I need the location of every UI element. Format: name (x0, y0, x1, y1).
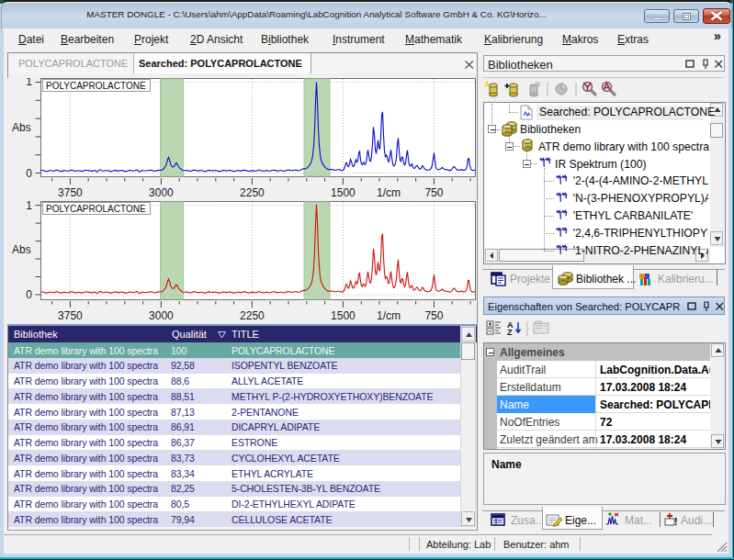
svg-text:2250: 2250 (240, 186, 265, 199)
svg-text:1/cm: 1/cm (377, 309, 401, 322)
svg-text:POLYCAPROLACTONE: POLYCAPROLACTONE (46, 204, 146, 214)
svg-text:Abs: Abs (12, 243, 31, 256)
svg-text:2250: 2250 (240, 309, 265, 322)
svg-text:1500: 1500 (331, 186, 356, 199)
svg-text:1: 1 (26, 78, 32, 88)
svg-text:3750: 3750 (58, 309, 83, 322)
svg-text:!: ! (674, 516, 678, 527)
svg-text:Z: Z (507, 328, 513, 337)
svg-text:0: 0 (26, 288, 32, 301)
svg-text:1500: 1500 (331, 309, 356, 322)
svg-text:0: 0 (26, 167, 32, 180)
svg-text:3000: 3000 (149, 309, 174, 322)
svg-text:750: 750 (424, 309, 443, 322)
svg-text:750: 750 (424, 186, 443, 199)
svg-text:Abs: Abs (12, 121, 31, 134)
svg-text:POLYCAPROLACTONE: POLYCAPROLACTONE (46, 81, 146, 91)
svg-text:3750: 3750 (58, 186, 83, 199)
svg-text:1: 1 (26, 201, 32, 212)
svg-text:1/cm: 1/cm (377, 186, 401, 199)
svg-text:3000: 3000 (149, 186, 174, 199)
